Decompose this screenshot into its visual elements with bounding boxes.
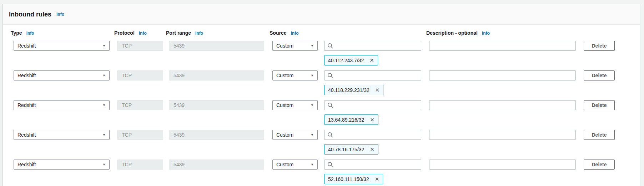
chevron-down-icon: ▼ xyxy=(102,44,106,48)
rules-list: Redshift ▼ TCP 5439 Custom ▼ xyxy=(14,41,629,184)
source-search-input[interactable] xyxy=(335,162,418,167)
description-input[interactable] xyxy=(429,41,576,51)
rule-block: Redshift ▼ TCP 5439 Custom ▼ xyxy=(14,70,629,95)
chevron-down-icon: ▼ xyxy=(311,163,314,166)
description-input[interactable] xyxy=(429,130,576,140)
remove-cidr-icon[interactable]: ✕ xyxy=(375,176,379,182)
protocol-value: TCP xyxy=(122,102,132,108)
type-select[interactable]: Redshift ▼ xyxy=(14,70,110,80)
description-input[interactable] xyxy=(429,100,576,110)
inbound-rules-panel: Inbound rules Info Type Info Protocol In… xyxy=(2,4,640,186)
column-header-source: Source Info xyxy=(270,30,315,36)
panel-header: Inbound rules Info xyxy=(3,4,640,25)
rule-block: Redshift ▼ TCP 5439 Custom ▼ xyxy=(14,100,629,125)
protocol-field: TCP xyxy=(117,130,163,140)
chevron-down-icon: ▼ xyxy=(102,163,106,166)
source-select[interactable]: Custom ▼ xyxy=(272,130,318,140)
description-column-label: Description - optional xyxy=(426,30,478,36)
port-range-info-link[interactable]: Info xyxy=(195,31,203,36)
description-input[interactable] xyxy=(429,70,576,80)
source-select[interactable]: Custom ▼ xyxy=(272,41,318,51)
cidr-tag-label: 40.112.243.7/32 xyxy=(328,58,364,63)
port-range-value: 5439 xyxy=(173,132,185,138)
protocol-field: TCP xyxy=(117,70,163,80)
panel-info-link[interactable]: Info xyxy=(56,12,64,17)
search-icon xyxy=(327,73,333,78)
delete-button[interactable]: Delete xyxy=(584,41,615,51)
source-search-input[interactable] xyxy=(335,73,418,78)
delete-button[interactable]: Delete xyxy=(584,100,615,110)
protocol-value: TCP xyxy=(122,132,132,138)
source-search-box xyxy=(324,100,421,110)
delete-button[interactable]: Delete xyxy=(584,160,615,170)
port-range-field: 5439 xyxy=(169,41,264,51)
chevron-down-icon: ▼ xyxy=(102,133,106,137)
cidr-tag: 40.112.243.7/32 ✕ xyxy=(324,55,378,65)
remove-cidr-icon[interactable]: ✕ xyxy=(370,117,374,122)
port-range-field: 5439 xyxy=(169,70,264,80)
type-select[interactable]: Redshift ▼ xyxy=(14,100,110,110)
remove-cidr-icon[interactable]: ✕ xyxy=(375,87,380,93)
type-select-value: Redshift xyxy=(17,43,36,49)
source-search-box xyxy=(324,41,421,51)
search-icon xyxy=(327,132,333,138)
type-select[interactable]: Redshift ▼ xyxy=(14,160,110,170)
protocol-value: TCP xyxy=(122,73,132,78)
port-range-value: 5439 xyxy=(173,73,185,78)
delete-button[interactable]: Delete xyxy=(584,130,615,140)
source-search-input[interactable] xyxy=(335,132,418,138)
rule-row: Redshift ▼ TCP 5439 Custom ▼ xyxy=(14,70,629,80)
chevron-down-icon: ▼ xyxy=(311,103,314,107)
port-range-field: 5439 xyxy=(169,100,264,110)
protocol-column-label: Protocol xyxy=(114,30,135,36)
cidr-tag-row: 13.64.89.216/32 ✕ xyxy=(14,114,629,125)
cidr-tag: 40.118.229.231/32 ✕ xyxy=(324,85,383,95)
delete-button[interactable]: Delete xyxy=(584,70,615,80)
chevron-down-icon: ▼ xyxy=(102,74,106,77)
remove-cidr-icon[interactable]: ✕ xyxy=(370,147,374,152)
source-select-value: Custom xyxy=(276,162,293,167)
port-range-value: 5439 xyxy=(173,162,185,167)
port-range-value: 5439 xyxy=(173,43,185,49)
type-select-value: Redshift xyxy=(17,132,36,138)
source-search-box xyxy=(324,160,421,170)
column-header-description: Description - optional Info xyxy=(426,30,573,36)
source-search-input[interactable] xyxy=(335,43,418,49)
protocol-value: TCP xyxy=(122,43,132,49)
source-search-box xyxy=(324,130,421,140)
chevron-down-icon: ▼ xyxy=(102,103,106,107)
source-search-input[interactable] xyxy=(335,102,418,108)
protocol-field: TCP xyxy=(117,100,163,110)
protocol-field: TCP xyxy=(117,41,163,51)
source-info-link[interactable]: Info xyxy=(291,31,298,36)
source-select-value: Custom xyxy=(276,102,293,108)
rule-row: Redshift ▼ TCP 5439 Custom ▼ xyxy=(14,100,629,110)
cidr-tag: 40.78.16.175/32 ✕ xyxy=(324,144,378,155)
cidr-tag-row: 40.112.243.7/32 ✕ xyxy=(14,55,629,65)
source-select-value: Custom xyxy=(276,73,293,78)
cidr-tag-label: 40.118.229.231/32 xyxy=(328,87,369,93)
type-info-link[interactable]: Info xyxy=(26,31,34,36)
search-icon xyxy=(327,162,333,167)
panel-body: Type Info Protocol Info Port range Info … xyxy=(3,25,640,186)
source-search-box xyxy=(324,70,421,80)
source-select[interactable]: Custom ▼ xyxy=(272,160,318,170)
protocol-field: TCP xyxy=(117,160,163,170)
source-select[interactable]: Custom ▼ xyxy=(272,70,318,80)
description-input[interactable] xyxy=(429,160,576,170)
protocol-info-link[interactable]: Info xyxy=(139,31,147,36)
port-range-field: 5439 xyxy=(169,130,264,140)
cidr-tag-row: 40.118.229.231/32 ✕ xyxy=(14,85,629,95)
remove-cidr-icon[interactable]: ✕ xyxy=(369,58,374,63)
search-icon xyxy=(327,102,333,108)
type-select[interactable]: Redshift ▼ xyxy=(14,130,110,140)
description-info-link[interactable]: Info xyxy=(482,31,490,36)
cidr-tag-label: 40.78.16.175/32 xyxy=(328,147,364,152)
source-select[interactable]: Custom ▼ xyxy=(272,100,318,110)
panel-title: Inbound rules xyxy=(9,11,51,18)
type-select-value: Redshift xyxy=(17,102,36,108)
chevron-down-icon: ▼ xyxy=(311,44,314,48)
type-select[interactable]: Redshift ▼ xyxy=(14,41,110,51)
type-column-label: Type xyxy=(11,30,22,36)
source-select-value: Custom xyxy=(276,132,293,138)
